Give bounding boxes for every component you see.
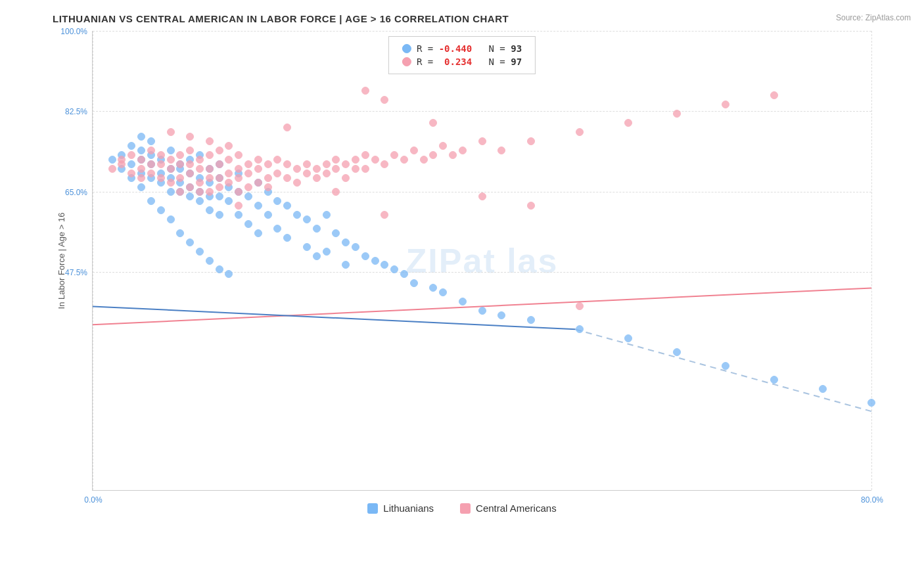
data-dot: [186, 169, 194, 177]
bottom-legend: Lithuanians Central Americans: [53, 503, 871, 514]
data-dot: [283, 174, 291, 182]
data-dot: [206, 165, 214, 173]
data-dot: [216, 160, 223, 168]
data-dot: [313, 174, 321, 182]
data-dot: [770, 91, 778, 99]
data-dot: [225, 179, 233, 187]
legend-lithuanians: Lithuanians: [367, 503, 434, 514]
gridline-47: 47.5%: [93, 272, 871, 273]
blue-trend-line-solid: [93, 306, 576, 329]
data-dot: [273, 169, 281, 177]
data-dot: [770, 376, 778, 384]
data-dot: [206, 137, 214, 145]
gridline-x80: 80.0%: [871, 31, 872, 490]
gridline-65: 65.0%: [93, 192, 871, 192]
data-dot: [264, 174, 272, 182]
data-dot: [157, 156, 165, 164]
data-dot: [186, 183, 194, 191]
data-dot: [576, 128, 584, 136]
data-dot: [206, 179, 214, 187]
data-dot: [264, 183, 272, 191]
data-dot: [390, 151, 398, 159]
legend-central-americans: Central Americans: [460, 503, 557, 514]
data-dot: [244, 192, 252, 200]
legend-label-lithuanians: Lithuanians: [383, 503, 434, 514]
data-dot: [137, 169, 145, 177]
data-dot: [323, 160, 331, 168]
data-dot: [137, 183, 145, 191]
data-dot: [722, 101, 729, 108]
data-dot: [196, 174, 204, 182]
legend-swatch-lithuanians: [367, 503, 378, 514]
data-dot: [118, 160, 126, 168]
data-dot: [108, 156, 116, 164]
data-dot: [186, 169, 194, 177]
data-dot: [127, 142, 135, 150]
data-dot: [400, 156, 408, 164]
data-dot: [283, 160, 291, 168]
chart-title: LITHUANIAN VS CENTRAL AMERICAN IN LABOR …: [53, 13, 871, 24]
data-dot: [157, 179, 165, 187]
data-dot: [147, 169, 155, 177]
data-dot: [127, 160, 135, 168]
x-tick-80: 80.0%: [861, 495, 883, 505]
data-dot: [167, 156, 175, 164]
y-tick-65: 65.0%: [65, 188, 87, 197]
data-dot: [235, 174, 243, 182]
y-tick-82: 82.5%: [65, 107, 87, 116]
legend-swatch-central-americans: [460, 503, 471, 514]
data-dot: [225, 169, 233, 177]
data-dot: [420, 156, 428, 164]
pink-trend-line: [93, 288, 871, 325]
data-dot: [235, 202, 243, 210]
data-dot: [206, 151, 214, 159]
data-dot: [196, 197, 204, 205]
data-dot: [147, 160, 155, 168]
data-dot: [216, 160, 223, 168]
data-dot: [235, 169, 243, 177]
data-dot: [137, 146, 145, 154]
chart-svg: [93, 31, 871, 490]
data-dot: [216, 174, 223, 182]
data-dot: [478, 307, 486, 315]
data-dot: [313, 252, 321, 260]
data-dot: [352, 156, 359, 164]
data-dot: [254, 202, 262, 210]
data-dot: [264, 160, 272, 168]
data-dot: [303, 215, 311, 223]
data-dot: [323, 248, 331, 256]
data-dot: [313, 165, 321, 173]
data-dot: [196, 165, 204, 173]
data-dot: [147, 137, 155, 145]
data-dot: [176, 165, 184, 173]
data-dot: [371, 156, 379, 164]
data-dot: [225, 197, 233, 205]
data-dot: [235, 151, 243, 159]
data-dot: [147, 174, 155, 182]
data-dot: [137, 156, 145, 164]
data-dot: [361, 151, 369, 159]
data-dot: [196, 151, 204, 159]
data-dot: [147, 146, 155, 154]
data-dot: [381, 160, 388, 168]
y-axis-label: In Labor Force | Age > 16: [57, 213, 66, 309]
data-dot: [273, 156, 281, 164]
data-dot: [206, 257, 214, 265]
x-tick-0: 0.0%: [84, 495, 102, 505]
data-dot: [216, 183, 223, 191]
data-dot: [527, 137, 535, 145]
data-dot: [527, 316, 535, 324]
data-dot: [527, 202, 535, 210]
data-dot: [381, 211, 388, 219]
data-dot: [254, 156, 262, 164]
data-dot: [244, 220, 252, 228]
data-dot: [186, 238, 194, 246]
data-dot: [176, 151, 184, 159]
data-dot: [459, 298, 467, 305]
data-dot: [147, 151, 155, 159]
data-dot: [254, 229, 262, 237]
data-dot: [244, 169, 252, 177]
data-dot: [254, 165, 262, 173]
data-dot: [186, 156, 194, 164]
data-dot: [157, 174, 165, 182]
